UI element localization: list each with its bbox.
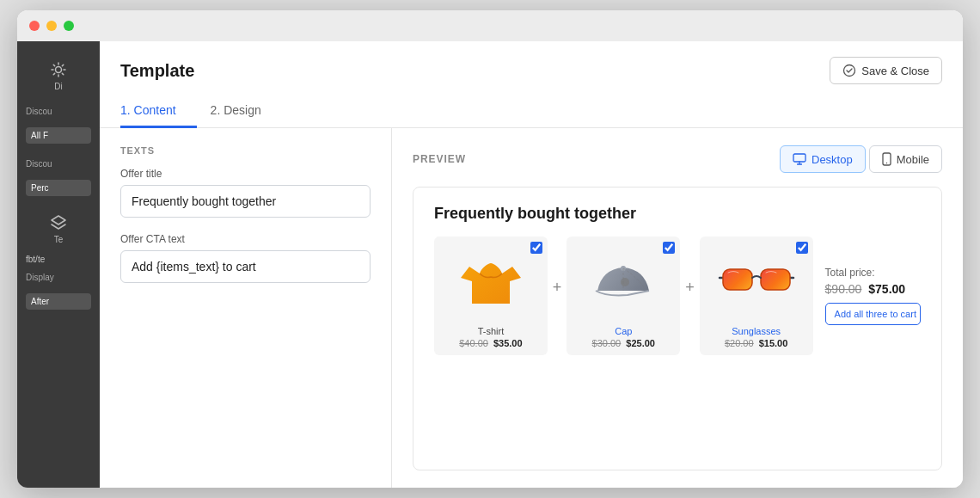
preview-offer-title: Frequently bought together: [434, 205, 921, 223]
total-price-new: $75.00: [868, 282, 905, 296]
body-split: TEXTS Offer title Offer CTA text: [100, 128, 963, 488]
total-label: Total price:: [825, 267, 921, 279]
svg-rect-2: [793, 154, 805, 162]
offer-title-group: Offer title: [120, 168, 371, 218]
tshirt-image-area: [441, 243, 541, 321]
tshirt-name: T-shirt: [441, 326, 541, 336]
tshirt-price-old: $40.00: [459, 338, 488, 348]
mobile-view-button[interactable]: Mobile: [869, 145, 942, 173]
plus-sign-1: +: [548, 279, 567, 297]
desktop-label: Desktop: [812, 153, 853, 166]
preview-card: Frequently bought together: [413, 187, 942, 470]
sidebar: Di Discou Discou Te: [17, 41, 100, 488]
template-header: Template Save & Close: [100, 41, 963, 84]
page-title: Template: [120, 61, 194, 81]
tabs-row: 1. Content 2. Design: [100, 93, 963, 128]
sidebar-discount-input2[interactable]: [26, 180, 91, 196]
tshirt-icon: [456, 248, 525, 317]
gear-icon: [49, 60, 68, 79]
total-section: Total price: $90.00 $75.00 Add all three…: [825, 267, 921, 325]
svg-point-0: [56, 67, 62, 73]
cap-prices: $30.00 $25.00: [573, 338, 673, 348]
sidebar-display-section: Display: [17, 266, 100, 289]
svg-point-1: [844, 65, 855, 77]
sunglasses-price-old: $20.00: [725, 338, 754, 348]
cap-image-area: [573, 243, 673, 321]
maximize-dot[interactable]: [64, 21, 74, 31]
sidebar-item-template[interactable]: Te: [17, 205, 100, 253]
desktop-view-button[interactable]: Desktop: [780, 145, 866, 173]
save-close-label: Save & Close: [861, 65, 929, 77]
close-dot[interactable]: [29, 21, 40, 31]
mobile-icon: [882, 152, 891, 166]
tab-design[interactable]: 2. Design: [211, 93, 282, 128]
desktop-icon: [793, 153, 806, 165]
sidebar-display-input[interactable]: [26, 293, 91, 310]
total-prices: $90.00 $75.00: [825, 282, 921, 296]
save-icon: [842, 64, 856, 77]
cap-price-new: $25.00: [626, 338, 655, 348]
sidebar-input-row2: [17, 175, 100, 200]
cap-icon: [589, 252, 658, 312]
left-panel: TEXTS Offer title Offer CTA text: [100, 128, 392, 488]
sidebar-template-url: fbt/te: [17, 253, 100, 266]
save-close-button[interactable]: Save & Close: [830, 57, 942, 84]
add-to-cart-button[interactable]: Add all three to cart: [825, 303, 921, 325]
product-card-tshirt: T-shirt $40.00 $35.00: [434, 237, 548, 355]
tshirt-prices: $40.00 $35.00: [441, 338, 541, 348]
sunglasses-icon: [718, 259, 795, 306]
app-window: Di Discou Discou Te: [17, 10, 963, 488]
cap-price-old: $30.00: [592, 338, 622, 348]
add-to-cart-label: Add all three to cart: [835, 309, 916, 319]
offer-title-input[interactable]: [120, 185, 371, 218]
sidebar-discount-section1: Discou: [17, 100, 100, 123]
sunglasses-image-area: [707, 243, 806, 321]
offer-title-label: Offer title: [120, 168, 371, 180]
sidebar-display-input-row: [17, 289, 100, 313]
view-toggle: Desktop Mobile: [780, 145, 942, 173]
template-panel: Template Save & Close 1. Content: [100, 41, 963, 488]
plus-sign-2: +: [680, 279, 700, 297]
offer-cta-input[interactable]: [120, 250, 371, 283]
sunglasses-price-new: $15.00: [759, 338, 788, 348]
svg-point-6: [621, 278, 629, 286]
main-content: Template Save & Close 1. Content: [100, 41, 963, 488]
sunglasses-prices: $20.00 $15.00: [707, 338, 806, 348]
sidebar-discount-input1[interactable]: [26, 127, 91, 144]
sunglasses-name[interactable]: Sunglasses: [707, 326, 806, 336]
right-panel: PREVIEW Desktop: [392, 128, 963, 488]
svg-point-4: [886, 163, 887, 163]
preview-label: PREVIEW: [413, 153, 466, 165]
product-checkbox-sunglasses[interactable]: [796, 242, 808, 254]
total-price-old: $90.00: [825, 282, 862, 296]
mobile-label: Mobile: [897, 153, 929, 166]
layers-icon: [49, 213, 68, 232]
preview-header: PREVIEW Desktop: [413, 145, 942, 173]
sidebar-input-row1: [17, 123, 100, 147]
product-checkbox-cap[interactable]: [663, 242, 675, 254]
sidebar-template-label: Te: [54, 235, 64, 244]
tab-content[interactable]: 1. Content: [120, 93, 197, 128]
sidebar-di-label: Di: [54, 82, 62, 91]
cap-name[interactable]: Cap: [573, 326, 673, 336]
products-row: T-shirt $40.00 $35.00 +: [434, 237, 921, 355]
sidebar-item-di[interactable]: Di: [17, 52, 100, 100]
offer-cta-label: Offer CTA text: [120, 233, 371, 245]
product-checkbox-tshirt[interactable]: [530, 242, 542, 254]
product-card-sunglasses: Sunglasses $20.00 $15.00: [700, 237, 813, 355]
sidebar-discount-section2: Discou: [17, 152, 100, 175]
titlebar: [17, 10, 963, 41]
texts-section-label: TEXTS: [120, 145, 371, 156]
minimize-dot[interactable]: [46, 21, 57, 31]
tshirt-price-new: $35.00: [493, 338, 523, 348]
app-body: Di Discou Discou Te: [17, 41, 963, 488]
product-card-cap: Cap $30.00 $25.00: [567, 237, 680, 355]
offer-cta-group: Offer CTA text: [120, 233, 371, 283]
